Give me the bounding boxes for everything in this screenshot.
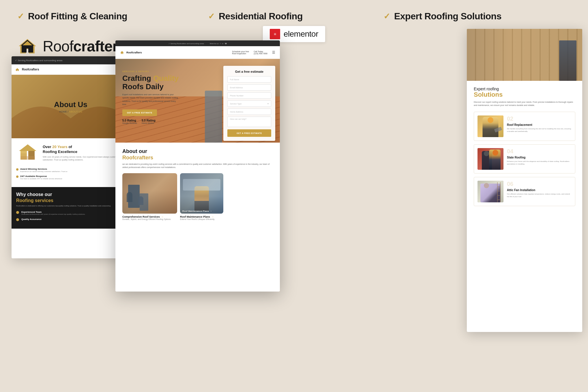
dark-feature-1-desc: Dedicated professionals with years of ex…	[21, 213, 85, 215]
service-1-num: 02	[507, 115, 572, 122]
right-hero	[467, 29, 582, 81]
dark-feature-bullet-1	[16, 211, 19, 214]
center-topbar: ✓ Serving Roofcrafters and surrounding a…	[115, 40, 280, 46]
service-1-desc: We handle everything from removing the o…	[507, 128, 572, 133]
left-nav-brand: Roofcrafters	[22, 68, 39, 71]
form-submit-button[interactable]: GET A FREE ESTIMATE	[227, 129, 271, 137]
person-2	[138, 196, 143, 205]
form-service[interactable]: Service Type ▾	[227, 100, 271, 107]
center-nav-left: Roofcrafters	[120, 51, 142, 54]
service-2-num: 04	[507, 148, 572, 155]
right-content: Expert roofing Solutions Discover our ex…	[467, 81, 582, 215]
left-nav: Roofcrafters	[12, 64, 130, 75]
about-img-1	[122, 173, 177, 214]
years-heading: Over 20 Years ofRoofing Excellence	[43, 145, 125, 154]
service-3-desc: Our efficient solutions help regulate te…	[507, 193, 572, 198]
dark-feature-bullet-2	[16, 218, 19, 221]
brand-logo-icon	[17, 38, 38, 55]
form-message[interactable]: How can we help?	[227, 117, 271, 127]
center-nav: Roofcrafters Schedule your freeRoof Insp…	[115, 46, 280, 59]
elementor-badge: ≡ elementor	[263, 26, 325, 42]
feature-item-1-title: Award Winning Services	[20, 168, 67, 170]
left-topbar: ✓ Serving Roofcrafters and surrounding a…	[12, 56, 130, 64]
hero-ratings: 5.0 Rating Google Reviews 5.0 Rating Hom…	[122, 119, 180, 124]
building-figure	[559, 40, 576, 81]
service-img-2	[477, 148, 503, 170]
dark-feature-1: Experienced Team Dedicated professionals…	[16, 211, 125, 215]
hero-person	[205, 91, 222, 143]
center-about: About ourRoofcrafters we are dedicated t…	[115, 143, 280, 226]
form-phone[interactable]: Phone Number	[227, 92, 271, 99]
helmet-3	[484, 151, 489, 156]
feature-2: ✓ Residential Roofing	[208, 11, 303, 22]
rating-2: 5.0 Rating Home Advisor	[142, 119, 156, 124]
feature-list: Award Winning Services Experience our aw…	[16, 168, 125, 180]
feature-3: ✓ Expert Roofing Solutions	[383, 11, 501, 22]
dark-heading: Why choose ourRoofing services	[16, 192, 125, 204]
feature-item-1: Award Winning Services Experience our aw…	[16, 168, 125, 173]
dark-feature-1-title: Experienced Team	[21, 211, 85, 213]
check-icon-2: ✓	[208, 12, 215, 21]
about-img-1-container: Comprehensive Roof Services → Durable, S…	[122, 173, 177, 220]
form-fullname-placeholder: Full Name	[230, 79, 239, 81]
check-icon-3: ✓	[383, 12, 390, 21]
img1-caption-row: Comprehensive Roof Services →	[122, 215, 177, 218]
about-img-2: Roof Maintenance Plans →	[180, 173, 223, 214]
form-service-placeholder: Service Type	[230, 103, 241, 105]
left-nav-logo	[15, 68, 20, 72]
service-3-num: 06	[507, 181, 572, 187]
brand-name: Roofcrafters	[43, 38, 126, 55]
ladder	[496, 182, 502, 202]
left-hero: About Us HOME / ABOUT US	[12, 75, 130, 138]
feature-item-1-text: Award Winning Services Experience our aw…	[20, 168, 67, 173]
helmet-1	[488, 117, 493, 123]
hero-cta-button[interactable]: GET A FREE ESTIMATE	[122, 109, 157, 116]
center-nav-logo	[120, 51, 124, 54]
dark-features: Experienced Team Dedicated professionals…	[16, 211, 125, 221]
hero-tag: SERVICES & REPAIRS	[122, 70, 180, 72]
feature-item-1-desc: Experience our award-winning customer sa…	[20, 170, 67, 173]
about-heading: About ourRoofcrafters	[122, 148, 273, 161]
form-fullname[interactable]: Full Name	[227, 76, 271, 83]
feature-item-2: 24/7 Available Response Our team is avai…	[16, 175, 125, 180]
building-bg	[183, 179, 220, 191]
form-title: Get a free estimate	[227, 70, 271, 73]
feature-item-2-desc: Our team is available 24/7 to reliable s…	[20, 178, 62, 180]
roof-3d-visual: 20	[16, 143, 39, 163]
head-3	[484, 183, 489, 188]
brand-logo-area: Roofcrafters	[17, 38, 126, 55]
about-us-breadcrumb: HOME / ABOUT US	[54, 110, 87, 113]
form-address[interactable]: Home Address	[227, 109, 271, 115]
dark-feature-2-title: Quality Assurance	[21, 218, 42, 221]
service-img-1	[477, 115, 503, 137]
svg-marker-4	[19, 144, 36, 151]
center-screenshot: ✓ Serving Roofcrafters and surrounding a…	[115, 40, 280, 292]
nav-menu[interactable]: ☰	[272, 51, 275, 55]
svg-rect-8	[20, 156, 35, 160]
service-1-name: Roof Replacement	[507, 123, 572, 126]
right-hero-label: Expert roofing	[474, 87, 575, 91]
about-images: Comprehensive Roof Services → Durable, S…	[122, 173, 273, 220]
nav-call: Call Today(123) 456-7890	[254, 51, 267, 55]
service-2-name: Slate Roofing	[507, 156, 572, 159]
img2-arrow: →	[211, 215, 214, 218]
left-topbar-text: ✓ Serving Roofcrafters and surrounding a…	[15, 59, 62, 62]
img1-caption: Comprehensive Roof Services	[122, 215, 160, 218]
dark-section: Why choose ourRoofing services Roofcraft…	[12, 187, 130, 229]
service-img-3	[477, 181, 503, 202]
feature-2-text: Residential Roofing	[219, 11, 303, 22]
service-item-2: 04 Slate Roofing Enhance your home with …	[474, 144, 575, 173]
feature-item-2-title: 24/7 Available Response	[20, 175, 62, 178]
service-3-name: Attic Fan Installation	[507, 188, 572, 192]
right-hero-img	[467, 29, 582, 81]
feature-1-text: Roof Fitting & Cleaning	[28, 11, 127, 22]
form-address-placeholder: Home Address	[230, 111, 243, 113]
service-3-text: 06 Attic Fan Installation Our efficient …	[507, 181, 572, 198]
center-topbar-right: Work for us f in ☎	[210, 42, 227, 44]
form-email[interactable]: Email Address	[227, 84, 271, 91]
feature-item-2-text: 24/7 Available Response Our team is avai…	[20, 175, 62, 180]
nav-schedule: Schedule your freeRoof Inspection	[232, 51, 249, 55]
img1-arrow: →	[161, 215, 164, 218]
svg-marker-3	[16, 68, 19, 71]
center-nav-brand: Roofcrafters	[126, 51, 142, 54]
